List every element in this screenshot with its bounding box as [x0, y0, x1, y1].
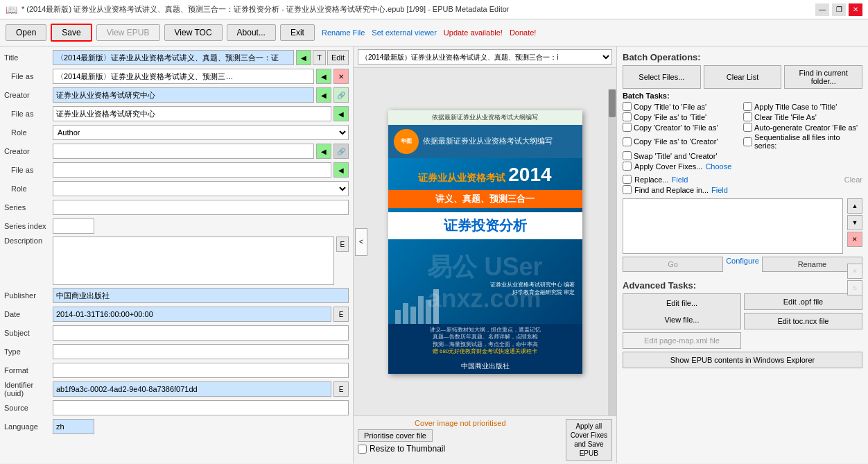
replace-field-link[interactable]: Field: [672, 175, 688, 184]
date-label: Date: [4, 310, 53, 318]
source-input[interactable]: [53, 400, 349, 415]
apply-cover-row: Apply Cover Fixes... Choose: [623, 162, 742, 171]
clear-list-button[interactable]: Clear List: [704, 65, 782, 89]
description-edit-btn[interactable]: E: [336, 237, 349, 252]
restore-button[interactable]: ❐: [832, 3, 846, 16]
view-toc-button[interactable]: View TOC: [164, 24, 223, 41]
set-external-viewer-link[interactable]: Set external viewer: [372, 28, 437, 37]
file-side-btn-delete[interactable]: ✕: [847, 232, 862, 247]
about-button[interactable]: About...: [227, 24, 276, 41]
find-replace-field-link[interactable]: Field: [711, 186, 728, 194]
task10-checkbox[interactable]: Sequentialise all files into series:: [743, 133, 862, 150]
cover-scrollbar[interactable]: [608, 89, 616, 415]
file-preview-area: [623, 198, 843, 254]
t-button[interactable]: T: [313, 50, 326, 65]
apply-cover-fixes-button[interactable]: Apply all Cover Fixes and Save EPUB: [566, 419, 612, 461]
find-replace-checkbox[interactable]: [623, 185, 632, 194]
date-input[interactable]: [53, 307, 331, 322]
prioritise-cover-button[interactable]: Prioritise cover file: [358, 429, 433, 442]
title-dropdown-select[interactable]: （2014最新版）证券业从业资格考试讲义、真题、预测三合一：i: [358, 49, 612, 65]
go-button[interactable]: Go: [623, 257, 723, 272]
exit-button[interactable]: Exit: [280, 24, 315, 41]
task5-checkbox[interactable]: Swap 'Title' and 'Creator': [623, 151, 742, 160]
identifier-row: Identifier (uuid) E: [4, 381, 349, 397]
task2-checkbox[interactable]: Copy 'File as' to 'Title': [623, 112, 742, 121]
identifier-edit-btn[interactable]: E: [333, 381, 349, 397]
file-side-btn-2[interactable]: ▼: [847, 215, 862, 230]
series-input[interactable]: [53, 200, 349, 215]
title-fileas-input[interactable]: [53, 69, 314, 84]
app-icon: 📖: [6, 4, 17, 15]
identifier-input[interactable]: [53, 381, 331, 397]
cover-nav-btn[interactable]: <: [355, 228, 367, 256]
batch-top-btns: Select Files... Clear List Find in curre…: [623, 65, 862, 89]
cover-main-text: 证券业从业资格考试 2014: [415, 158, 554, 189]
left-panel: Title ◀ T Edit File as ◀ ✕ Creator ◀ 🔗 F…: [0, 46, 354, 463]
title-arrow-btn[interactable]: ◀: [296, 50, 311, 65]
rename-file-link[interactable]: Rename File: [322, 28, 365, 37]
date-edit-btn[interactable]: E: [333, 307, 349, 322]
choose-link[interactable]: Choose: [705, 162, 731, 171]
resize-thumbnail-checkbox[interactable]: [358, 445, 367, 454]
task3-checkbox[interactable]: Copy 'Creator' to 'File as': [623, 123, 742, 132]
task1-checkbox[interactable]: Copy 'Title' to 'File as': [623, 102, 742, 111]
creator-input[interactable]: [53, 87, 314, 103]
task7-checkbox[interactable]: Apply Title Case to 'Title': [743, 102, 862, 111]
creator-fileas-arrow[interactable]: ◀: [333, 106, 349, 121]
creator-role-select[interactable]: Author Editor Translator: [53, 125, 349, 140]
titlebar-controls: — ❐ ✕: [815, 3, 862, 16]
publisher-label: Publisher: [4, 291, 53, 300]
task6-checkbox[interactable]: [623, 162, 632, 171]
description-textarea[interactable]: [53, 237, 334, 285]
title-input[interactable]: [53, 50, 294, 65]
save-button[interactable]: Save: [51, 24, 92, 42]
creator-link-btn[interactable]: 🔗: [333, 87, 349, 103]
publisher-logo: 华图: [394, 129, 419, 154]
creator2-link-btn[interactable]: 🔗: [333, 144, 349, 159]
title-fileas-del[interactable]: ✕: [333, 69, 349, 84]
task9-checkbox[interactable]: Auto-generate Creator 'File as': [743, 123, 862, 132]
file-side-btn-1[interactable]: ▲: [847, 198, 862, 214]
title-fileas-arrow[interactable]: ◀: [316, 69, 331, 84]
creator2-role-select[interactable]: Author: [53, 181, 349, 196]
publisher-input[interactable]: [53, 288, 349, 303]
view-epub-button[interactable]: View EPUB: [96, 24, 160, 41]
open-button[interactable]: Open: [6, 24, 46, 41]
format-input[interactable]: [53, 363, 349, 378]
creator-fileas-input[interactable]: [53, 106, 331, 121]
right-panel: Batch Operations: Select Files... Clear …: [617, 46, 868, 463]
update-available-link[interactable]: Update available!: [444, 28, 503, 37]
select-files-button[interactable]: Select Files...: [623, 65, 701, 89]
creator-main-label: Creator: [4, 91, 53, 99]
task4-checkbox[interactable]: Copy 'File as' to 'Creator': [623, 133, 742, 150]
edit-page-map-btn2[interactable]: Edit page-map.xml file: [623, 332, 741, 349]
batch-ops-section: Batch Operations: Select Files... Clear …: [623, 52, 862, 276]
creator2-arrow[interactable]: ◀: [316, 144, 331, 159]
minimize-button[interactable]: —: [815, 3, 829, 16]
file-side-btn-s[interactable]: S: [847, 280, 862, 295]
file-side-btn-x[interactable]: ✕: [847, 264, 862, 279]
find-replace-row: Find and Replace in... Field: [623, 185, 862, 194]
edit-toc-btn2[interactable]: Edit toc.ncx file: [744, 313, 862, 329]
creator-arrow[interactable]: ◀: [316, 87, 331, 103]
language-input[interactable]: [53, 419, 94, 434]
series-index-input[interactable]: [53, 218, 94, 234]
show-epub-btn2[interactable]: Show EPUB contents in Windows Explorer: [623, 352, 862, 368]
find-in-folder-button[interactable]: Find in current folder...: [784, 65, 862, 89]
creator2-fileas-input[interactable]: [53, 162, 331, 178]
close-button[interactable]: ✕: [849, 3, 862, 16]
creator2-input[interactable]: [53, 144, 314, 159]
configure-link[interactable]: Configure: [726, 257, 759, 272]
donate-link[interactable]: Donate!: [510, 28, 537, 37]
task8-checkbox[interactable]: Clear Title 'File As': [743, 112, 862, 121]
creator2-fileas-arrow[interactable]: ◀: [333, 162, 349, 178]
replace-checkbox[interactable]: [623, 175, 632, 184]
subject-input[interactable]: [53, 325, 349, 341]
type-input[interactable]: [53, 344, 349, 359]
edit-opf-btn2[interactable]: Edit .opf file: [744, 293, 862, 310]
creator2-fileas-row: File as ◀: [4, 162, 349, 178]
edit-file-btn2[interactable]: Edit file...View file...: [623, 293, 741, 329]
cover-image: 依据最新证券业从业资格考试大纲编写 华图 依据最新证券业从业资格考试大纲编写 证…: [388, 110, 582, 374]
go-rename-row: Go Configure Rename: [623, 257, 862, 272]
edit-title-button[interactable]: Edit: [327, 50, 349, 65]
